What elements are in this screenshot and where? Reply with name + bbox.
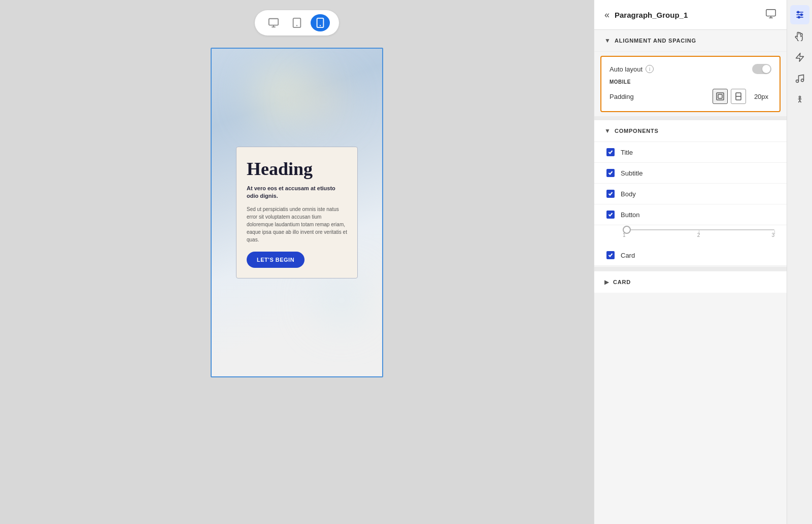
slider-tick-3 bbox=[774, 230, 775, 234]
person-toolbar-btn[interactable] bbox=[790, 90, 809, 110]
card-chevron-icon: ▶ bbox=[604, 278, 609, 286]
slider-label-1: 1 bbox=[623, 232, 626, 238]
card-heading: Heading bbox=[247, 159, 347, 180]
lightning-toolbar-btn[interactable] bbox=[790, 48, 809, 67]
section-divider-2 bbox=[594, 267, 787, 271]
button-component-label: Button bbox=[621, 211, 640, 219]
mobile-btn[interactable] bbox=[311, 14, 330, 31]
panel-header: « Paragraph_Group_1 bbox=[594, 0, 787, 30]
svg-point-18 bbox=[800, 14, 802, 15]
svg-point-20 bbox=[796, 80, 798, 83]
svg-point-17 bbox=[797, 11, 799, 13]
slider-track[interactable]: 1 bbox=[623, 229, 774, 230]
auto-layout-label: Auto layout i bbox=[610, 65, 654, 73]
alignment-section-header[interactable]: ▼ ALIGNMENT AND SPACING bbox=[594, 30, 787, 52]
body-component-label: Body bbox=[621, 190, 636, 198]
component-title-item: Title bbox=[594, 142, 787, 163]
canvas-area: Heading At vero eos et accusam at etiust… bbox=[0, 0, 594, 524]
component-card-item: Card bbox=[594, 245, 787, 266]
monitor-icon[interactable] bbox=[765, 8, 776, 21]
alignment-settings-box: Auto layout i MOBILE Padding bbox=[600, 56, 781, 112]
component-button-item: Button bbox=[594, 204, 787, 225]
card-cta-button[interactable]: LET'S BEGIN bbox=[247, 252, 304, 268]
title-checkbox[interactable] bbox=[606, 148, 615, 156]
svg-rect-0 bbox=[269, 19, 278, 25]
auto-layout-text: Auto layout bbox=[610, 65, 642, 73]
hand-toolbar-btn[interactable] bbox=[790, 26, 809, 46]
padding-all-btn[interactable] bbox=[713, 89, 728, 104]
music-toolbar-btn[interactable] bbox=[790, 69, 809, 88]
panel-header-left: « Paragraph_Group_1 bbox=[604, 10, 688, 20]
info-icon[interactable]: i bbox=[646, 65, 654, 73]
auto-layout-toggle[interactable] bbox=[752, 64, 771, 74]
device-toolbar bbox=[255, 10, 339, 36]
svg-point-22 bbox=[799, 96, 800, 98]
card-checkbox[interactable] bbox=[606, 251, 615, 259]
svg-point-19 bbox=[798, 16, 799, 18]
desktop-btn[interactable] bbox=[264, 14, 283, 31]
bokeh-2 bbox=[303, 79, 344, 120]
subtitle-component-label: Subtitle bbox=[621, 169, 642, 177]
card-body: Sed ut perspiciatis unde omnis iste natu… bbox=[247, 205, 347, 243]
section-divider-1 bbox=[594, 116, 787, 120]
bokeh-3 bbox=[316, 275, 367, 326]
button-count-slider[interactable]: 1 1 2 3 bbox=[594, 225, 787, 245]
padding-row: Padding 20px bbox=[610, 89, 771, 104]
components-section-title: COMPONENTS bbox=[615, 128, 659, 134]
padding-label: Padding bbox=[610, 93, 707, 100]
slider-labels: 1 2 3 bbox=[623, 232, 774, 238]
subtitle-checkbox[interactable] bbox=[606, 169, 615, 177]
far-right-toolbar bbox=[787, 0, 812, 524]
mobile-sublabel: MOBILE bbox=[610, 79, 771, 85]
sliders-toolbar-btn[interactable] bbox=[790, 5, 809, 24]
svg-rect-10 bbox=[717, 93, 724, 100]
content-card: Heading At vero eos et accusam at etiust… bbox=[236, 147, 358, 278]
mobile-preview: Heading At vero eos et accusam at etiust… bbox=[211, 48, 383, 377]
padding-value: 20px bbox=[751, 93, 771, 100]
svg-point-21 bbox=[801, 79, 803, 82]
right-panel: « Paragraph_Group_1 ▼ ALIGNMENT AND SPAC… bbox=[594, 0, 787, 524]
panel-title: Paragraph_Group_1 bbox=[615, 11, 688, 19]
svg-rect-11 bbox=[718, 94, 722, 98]
card-section-title: CARD bbox=[613, 279, 631, 285]
body-checkbox[interactable] bbox=[606, 190, 615, 198]
card-section-header[interactable]: ▶ CARD bbox=[594, 271, 787, 293]
mobile-background: Heading At vero eos et accusam at etiust… bbox=[212, 49, 382, 376]
auto-layout-row: Auto layout i bbox=[610, 64, 771, 74]
components-chevron-icon: ▼ bbox=[604, 127, 611, 134]
components-section: ▼ COMPONENTS Title Subtitle bbox=[594, 120, 787, 266]
slider-label-2: 2 bbox=[697, 232, 700, 238]
components-section-header[interactable]: ▼ COMPONENTS bbox=[594, 120, 787, 142]
component-body-item: Body bbox=[594, 184, 787, 204]
card-component-label: Card bbox=[621, 252, 635, 259]
button-checkbox[interactable] bbox=[606, 211, 615, 219]
svg-rect-7 bbox=[766, 10, 775, 16]
tablet-btn[interactable] bbox=[287, 14, 307, 31]
padding-vertical-btn[interactable] bbox=[731, 89, 746, 104]
padding-icons bbox=[713, 89, 746, 104]
title-component-label: Title bbox=[621, 149, 633, 156]
slider-label-3: 3 bbox=[771, 232, 774, 238]
component-subtitle-item: Subtitle bbox=[594, 163, 787, 184]
card-subtext: At vero eos et accusam at etiusto odio d… bbox=[247, 185, 347, 200]
back-button[interactable]: « bbox=[604, 10, 610, 20]
alignment-chevron-icon: ▼ bbox=[604, 37, 611, 44]
alignment-section-title: ALIGNMENT AND SPACING bbox=[615, 38, 696, 44]
